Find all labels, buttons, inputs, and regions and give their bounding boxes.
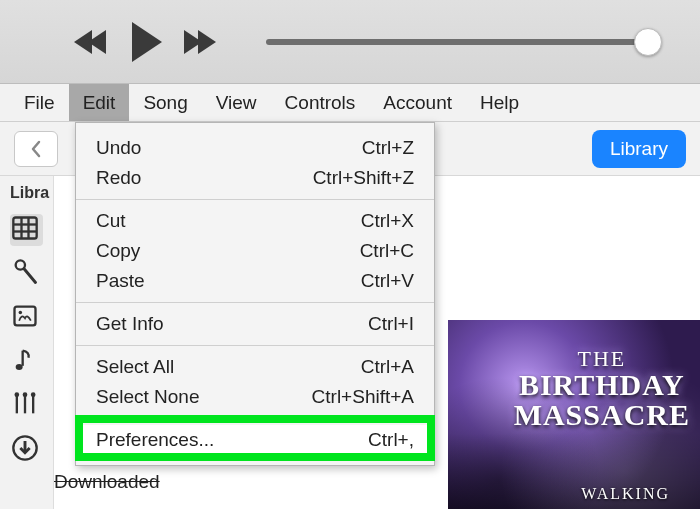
album-art[interactable]: THE BIRTHDAY MASSACRE WALKING [448,320,700,509]
menu-item-getinfo[interactable]: Get Info Ctrl+I [76,309,434,339]
album-icon [10,302,40,330]
album-title: THE BIRTHDAY MASSACRE [514,348,690,430]
sidebar-item-songs[interactable] [10,346,43,378]
menu-item-shortcut: Ctrl+C [360,240,414,262]
menu-item-label: Cut [96,210,126,232]
menu-separator [76,418,434,419]
menu-controls[interactable]: Controls [271,84,370,121]
truncated-text: Downloaded [54,471,160,493]
svg-line-6 [24,269,36,283]
album-title-line2: BIRTHDAY [514,370,690,400]
svg-rect-0 [13,218,36,239]
menu-item-shortcut: Ctrl+X [361,210,414,232]
menubar: File Edit Song View Controls Account Hel… [0,84,700,122]
back-button[interactable] [14,131,58,167]
menu-separator [76,302,434,303]
menu-item-label: Paste [96,270,145,292]
sidebar-item-albums[interactable] [10,302,43,334]
menu-separator [76,199,434,200]
sidebar-item-grid[interactable] [10,214,43,246]
menu-item-selectall[interactable]: Select All Ctrl+A [76,352,434,382]
menu-help[interactable]: Help [466,84,533,121]
sidebar: Libra [0,176,54,509]
menu-item-label: Undo [96,137,141,159]
svg-point-9 [16,364,23,370]
menu-item-shortcut: Ctrl+Shift+Z [313,167,414,189]
download-icon [10,434,40,462]
guitar-icon [10,390,40,418]
play-button[interactable] [132,22,162,62]
menu-separator [76,345,434,346]
menu-item-label: Select None [96,386,200,408]
music-note-icon [10,346,40,374]
menu-item-copy[interactable]: Copy Ctrl+C [76,236,434,266]
svg-point-8 [19,311,23,315]
menu-view[interactable]: View [202,84,271,121]
chevron-left-icon [29,140,43,158]
menu-item-label: Select All [96,356,174,378]
sidebar-item-downloaded[interactable] [10,434,43,466]
menu-item-redo[interactable]: Redo Ctrl+Shift+Z [76,163,434,193]
library-button[interactable]: Library [592,130,686,168]
svg-point-13 [15,392,20,397]
forward-button[interactable] [188,30,216,54]
sidebar-header: Libra [0,176,51,208]
album-title-line1: THE [514,348,690,370]
svg-point-14 [23,392,28,397]
edit-menu-dropdown: Undo Ctrl+Z Redo Ctrl+Shift+Z Cut Ctrl+X… [75,122,435,466]
menu-song[interactable]: Song [129,84,201,121]
slider-thumb[interactable] [634,28,662,56]
menu-item-shortcut: Ctrl+V [361,270,414,292]
rewind-button[interactable] [78,30,106,54]
microphone-icon [10,258,40,286]
menu-item-undo[interactable]: Undo Ctrl+Z [76,133,434,163]
menu-item-label: Preferences... [96,429,214,451]
menu-item-shortcut: Ctrl+Z [362,137,414,159]
menu-edit[interactable]: Edit [69,84,130,121]
menu-item-shortcut: Ctrl+A [361,356,414,378]
menu-item-label: Get Info [96,313,164,335]
menu-item-preferences[interactable]: Preferences... Ctrl+, [76,425,434,455]
menu-item-selectnone[interactable]: Select None Ctrl+Shift+A [76,382,434,412]
menu-item-shortcut: Ctrl+I [368,313,414,335]
menu-item-shortcut: Ctrl+, [368,429,414,451]
volume-slider[interactable] [266,28,662,56]
sidebar-item-artists[interactable] [10,258,43,290]
menu-item-label: Copy [96,240,140,262]
playback-bar [0,0,700,84]
slider-track [266,39,648,45]
svg-rect-7 [15,307,36,326]
album-title-line3: MASSACRE [514,400,690,430]
svg-point-15 [31,392,36,397]
grid-icon [10,214,40,242]
menu-item-shortcut: Ctrl+Shift+A [312,386,414,408]
menu-item-label: Redo [96,167,141,189]
album-subtitle: WALKING [581,485,670,503]
menu-file[interactable]: File [10,84,69,121]
sidebar-item-genres[interactable] [10,390,43,422]
menu-account[interactable]: Account [369,84,466,121]
menu-item-paste[interactable]: Paste Ctrl+V [76,266,434,296]
menu-item-cut[interactable]: Cut Ctrl+X [76,206,434,236]
playback-controls [78,22,216,62]
